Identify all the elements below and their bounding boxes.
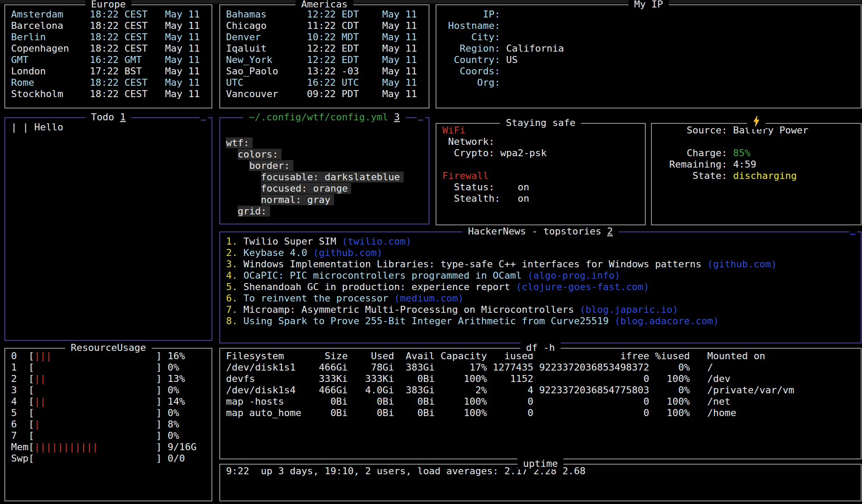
hackernews-story[interactable]: 2.Keybase 4.0(github.com) xyxy=(220,247,861,259)
df-col-avail: Avail xyxy=(394,350,435,362)
clock-date: May 11 xyxy=(382,9,417,20)
clock-date: May 11 xyxy=(382,32,417,43)
ip-label: Region: xyxy=(442,43,500,54)
ip-value: US xyxy=(506,54,518,66)
story-source-link[interactable]: (github.com) xyxy=(707,259,777,270)
clock-city: Chicago xyxy=(226,20,307,32)
todo-item[interactable]: | | Hello xyxy=(5,122,211,133)
ip-row: Country:US xyxy=(436,54,861,66)
clock-tz: CEST xyxy=(124,88,148,100)
gauge-bracket: ] xyxy=(156,373,162,385)
gauge-value: 14% xyxy=(168,396,185,407)
df-size: 466Gi xyxy=(313,362,348,373)
hackernews-shortcut-number: 2 xyxy=(607,226,613,237)
clock-city: London xyxy=(11,66,90,77)
gauge-value: 0% xyxy=(168,362,179,373)
gauge-bracket: [ xyxy=(28,362,34,373)
clock-time: 16:22 xyxy=(90,54,119,66)
clock-city: Copenhagen xyxy=(11,43,90,54)
df-size: 333Ki xyxy=(313,373,348,385)
story-title: To reinvent the processor xyxy=(243,293,388,304)
df-row: /dev/disk1s1466Gi78Gi383Gi17%12774359223… xyxy=(220,362,861,373)
story-source-link[interactable]: (blog.japaric.io) xyxy=(580,304,678,315)
df-used: 4.0Gi xyxy=(348,385,394,396)
clock-tz: UTC xyxy=(341,77,365,88)
gauge-bracket: [ xyxy=(28,350,34,362)
clock-row: Stockholm18:22CESTMay 11 xyxy=(5,88,211,100)
clock-tz: PDT xyxy=(341,88,365,100)
df-iused: 0 xyxy=(487,407,533,419)
clock-city: Stockholm xyxy=(11,88,90,100)
hackernews-story[interactable]: 6.To reinvent the processor(medium.com) xyxy=(220,293,861,304)
story-title: OCaPIC: PIC microcontrollers programmed … xyxy=(243,270,522,281)
df-piused: 0% xyxy=(649,385,690,396)
gauge-bars xyxy=(34,362,156,373)
panel-hackernews[interactable]: HackerNews - topstories2 … 1.Twilio Supe… xyxy=(219,231,862,343)
clock-row: Copenhagen18:22CESTMay 11 xyxy=(5,43,211,54)
lightning-bolt-icon xyxy=(753,116,760,129)
story-source-link[interactable]: (blog.adacore.com) xyxy=(615,315,719,326)
clock-time: 12:22 xyxy=(307,54,336,66)
firewall-stealth-line: Stealth: on xyxy=(436,193,645,204)
clock-date: May 11 xyxy=(165,32,200,43)
df-avail: 0Bi xyxy=(394,407,435,419)
gauge-label: 6 xyxy=(11,419,28,430)
story-title: Windows Implementation Libraries: type-s… xyxy=(243,259,701,270)
panel-title-resource-usage: ResourceUsage xyxy=(65,342,152,354)
panel-my-ip: My IP IP: Hostname: City: Region:Califor… xyxy=(436,4,862,108)
cpu-gauge-row: 3[]0% xyxy=(5,385,211,396)
clock-date: May 11 xyxy=(382,54,417,66)
hackernews-story[interactable]: 5.Shenandoah GC in production: experienc… xyxy=(220,281,861,293)
df-ifree: 0 xyxy=(533,373,649,385)
gauge-label: 3 xyxy=(11,385,28,396)
panel-title-uptime: uptime xyxy=(517,458,564,469)
clock-date: May 11 xyxy=(165,43,200,54)
df-used: 333Ki xyxy=(348,373,394,385)
clock-date: May 11 xyxy=(165,20,200,32)
panel-staying-safe: Staying safe WiFi Network: Crypto: wpa2-… xyxy=(436,123,646,225)
df-col-piused: %iused xyxy=(649,350,690,362)
panel-title-battery xyxy=(747,117,765,129)
df-used: 78Gi xyxy=(348,362,394,373)
panel-uptime: uptime 9:22 up 3 days, 19:10, 2 users, l… xyxy=(219,464,862,501)
story-rank: 8. xyxy=(226,315,237,327)
panel-config-file[interactable]: ~/.config/wtf/config.yml3 … wtf: colors:… xyxy=(219,117,429,224)
clock-tz: EDT xyxy=(341,9,365,20)
df-mounted: / xyxy=(707,362,713,373)
ip-row: IP: xyxy=(436,9,861,20)
gauge-bars xyxy=(34,407,156,419)
battery-remaining-row: Remaining:4:59 xyxy=(652,159,861,170)
clock-date: May 11 xyxy=(165,66,200,77)
gauge-value: 8% xyxy=(168,419,179,430)
clock-date: May 11 xyxy=(382,66,417,77)
clock-tz: EDT xyxy=(341,54,365,66)
panel-todo[interactable]: Todo1 … | | Hello xyxy=(4,117,212,341)
hackernews-story[interactable]: 1.Twilio Super SIM(twilio.com) xyxy=(220,236,861,247)
panel-title-europe: Europe xyxy=(85,0,132,10)
gauge-label: 4 xyxy=(11,396,28,407)
df-capacity: 17% xyxy=(435,362,487,373)
clock-time: 16:22 xyxy=(307,77,336,88)
clock-city: Amsterdam xyxy=(11,9,90,20)
story-source-link[interactable]: (twilio.com) xyxy=(342,236,412,247)
gauge-label: Swp xyxy=(11,453,28,464)
df-ifree: 0 xyxy=(533,396,649,407)
df-size: 0Bi xyxy=(313,396,348,407)
story-source-link[interactable]: (algo-prog.info) xyxy=(528,270,620,281)
df-filesystem: devfs xyxy=(226,373,313,385)
hackernews-story[interactable]: 7.Microamp: Asymmetric Multi-Processing … xyxy=(220,304,861,315)
hackernews-story[interactable]: 3.Windows Implementation Libraries: type… xyxy=(220,259,861,270)
story-source-link[interactable]: (clojure-goes-fast.com) xyxy=(516,281,649,292)
ip-label: Coords: xyxy=(442,66,500,77)
hackernews-story[interactable]: 4.OCaPIC: PIC microcontrollers programme… xyxy=(220,270,861,281)
panel-title-hackernews: HackerNews - topstories2 xyxy=(462,226,619,237)
story-source-link[interactable]: (medium.com) xyxy=(394,293,464,304)
story-source-link[interactable]: (github.com) xyxy=(313,247,383,258)
clock-time: 12:22 xyxy=(307,43,336,54)
df-piused: 100% xyxy=(649,407,690,419)
ip-label: Country: xyxy=(442,54,500,66)
gauge-value: 9/16G xyxy=(168,441,197,453)
battery-charge-value: 85% xyxy=(733,147,750,159)
ip-row: Region:California xyxy=(436,43,861,54)
hackernews-story[interactable]: 8.Using Spark to Prove 255-Bit Integer A… xyxy=(220,315,861,327)
